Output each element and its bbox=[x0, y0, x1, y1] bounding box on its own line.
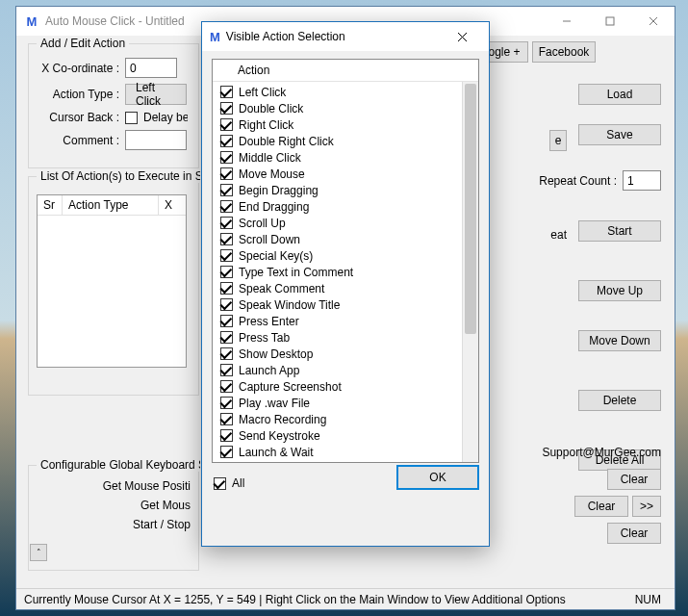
checkbox-icon[interactable] bbox=[220, 397, 233, 409]
checklist-item-label: Begin Dragging bbox=[239, 184, 319, 197]
checkbox-icon[interactable] bbox=[220, 118, 233, 131]
col-sr[interactable]: Sr bbox=[38, 195, 63, 215]
action-type-label: Action Type : bbox=[37, 88, 119, 101]
checklist-item[interactable]: Right Click bbox=[218, 116, 462, 133]
checklist-item[interactable]: End Dragging bbox=[218, 198, 462, 215]
checklist-item[interactable]: Scroll Down bbox=[218, 231, 462, 247]
checkbox-icon[interactable] bbox=[220, 315, 233, 327]
action-list[interactable]: Sr Action Type X bbox=[37, 194, 187, 368]
cursor-back-checkbox[interactable] bbox=[125, 112, 138, 124]
checklist-item[interactable]: Scroll Up bbox=[218, 215, 462, 231]
checklist-item[interactable]: Show Window bbox=[218, 460, 462, 462]
close-button[interactable] bbox=[631, 8, 675, 36]
spin-up-button[interactable]: ˄ bbox=[30, 544, 47, 561]
dialog-close-button[interactable] bbox=[443, 23, 481, 50]
clear-button-3[interactable]: Clear bbox=[607, 523, 661, 544]
checkbox-icon[interactable] bbox=[220, 282, 233, 295]
checklist-item[interactable]: Left Click bbox=[218, 84, 462, 100]
numlock-indicator: NUM bbox=[635, 593, 661, 606]
checklist-item-label: Right Click bbox=[239, 118, 293, 132]
checklist-header[interactable]: Action bbox=[213, 60, 478, 82]
checklist-item[interactable]: Begin Dragging bbox=[218, 182, 462, 198]
col-x[interactable]: X bbox=[159, 195, 186, 215]
checklist-item[interactable]: Type Text in Comment bbox=[218, 264, 462, 280]
checklist-item[interactable]: Speak Window Title bbox=[218, 296, 462, 313]
checkbox-icon[interactable] bbox=[220, 413, 233, 425]
checkbox-icon[interactable] bbox=[220, 217, 233, 229]
clear-button-1[interactable]: Clear bbox=[607, 469, 661, 490]
checklist-item-label: Scroll Down bbox=[239, 233, 300, 246]
checkbox-icon[interactable] bbox=[220, 380, 233, 393]
checkbox-icon[interactable] bbox=[220, 249, 233, 262]
window-title: Auto Mouse Click - Untitled bbox=[45, 14, 185, 28]
list-header: Sr Action Type X bbox=[38, 195, 186, 216]
checklist-item-label: Move Mouse bbox=[239, 167, 305, 181]
clear-button-2[interactable]: Clear bbox=[574, 496, 628, 517]
truncated-button-e[interactable]: e bbox=[549, 130, 567, 151]
side-column: Load Save bbox=[578, 84, 661, 165]
dialog-titlebar[interactable]: M Visible Action Selection bbox=[202, 22, 489, 51]
svg-rect-1 bbox=[606, 17, 614, 25]
checklist-item[interactable]: Speak Comment bbox=[218, 280, 462, 296]
checklist-item[interactable]: Launch App bbox=[218, 362, 462, 378]
checklist-item[interactable]: Special Key(s) bbox=[218, 247, 462, 264]
xcoord-label: X Co-ordinate : bbox=[37, 62, 119, 75]
maximize-button[interactable] bbox=[588, 8, 631, 36]
checklist-items: Left ClickDouble ClickRight ClickDouble … bbox=[213, 82, 462, 462]
checklist-item[interactable]: Double Click bbox=[218, 100, 462, 116]
start-stop-label: Start / Stop bbox=[133, 518, 191, 531]
minimize-button[interactable] bbox=[545, 8, 588, 36]
move-up-button[interactable]: Move Up bbox=[578, 280, 661, 301]
checkbox-icon[interactable] bbox=[220, 446, 233, 458]
save-button[interactable]: Save bbox=[578, 124, 661, 145]
checklist-item[interactable]: Send Keystroke bbox=[218, 427, 462, 444]
checklist-item[interactable]: Double Right Click bbox=[218, 133, 462, 149]
more-button[interactable]: >> bbox=[632, 496, 661, 517]
action-type-select[interactable]: Left Click bbox=[125, 84, 187, 105]
checkbox-icon[interactable] bbox=[220, 364, 233, 376]
checklist-item[interactable]: Press Tab bbox=[218, 329, 462, 346]
checklist-item-label: Speak Window Title bbox=[239, 298, 340, 312]
checklist-item[interactable]: Capture Screenshot bbox=[218, 378, 462, 395]
checkbox-icon[interactable] bbox=[220, 151, 233, 164]
checkbox-icon[interactable] bbox=[220, 298, 233, 311]
checkbox-icon[interactable] bbox=[220, 86, 233, 98]
visible-action-selection-dialog: M Visible Action Selection Action Left C… bbox=[201, 21, 490, 547]
scrollbar[interactable] bbox=[462, 82, 478, 462]
repeat-input[interactable] bbox=[623, 170, 661, 191]
checklist-item-label: Press Tab bbox=[239, 331, 290, 345]
checklist-item[interactable]: Play .wav File bbox=[218, 395, 462, 411]
checklist-item[interactable]: Launch & Wait bbox=[218, 444, 462, 460]
ok-button[interactable]: OK bbox=[396, 465, 479, 490]
scrollbar-thumb[interactable] bbox=[465, 84, 476, 334]
checkbox-icon[interactable] bbox=[220, 167, 233, 180]
checklist-item[interactable]: Middle Click bbox=[218, 149, 462, 166]
start-button[interactable]: Start bbox=[578, 220, 661, 242]
checklist-item[interactable]: Macro Recording bbox=[218, 411, 462, 427]
checkbox-icon[interactable] bbox=[220, 102, 233, 115]
checkbox-icon[interactable] bbox=[220, 331, 233, 344]
checkbox-icon[interactable] bbox=[220, 233, 233, 245]
checklist-item-label: Show Desktop bbox=[239, 347, 313, 361]
facebook-button[interactable]: Facebook bbox=[532, 41, 596, 63]
checklist-item[interactable]: Press Enter bbox=[218, 313, 462, 329]
support-link[interactable]: Support@MurGee.com bbox=[542, 446, 661, 459]
app-icon: M bbox=[24, 13, 39, 29]
col-action-type[interactable]: Action Type bbox=[63, 195, 159, 215]
checkbox-icon[interactable] bbox=[220, 429, 233, 442]
checklist-item[interactable]: Move Mouse bbox=[218, 166, 462, 182]
delete-button[interactable]: Delete bbox=[578, 390, 661, 411]
load-button[interactable]: Load bbox=[578, 84, 661, 105]
checkbox-icon[interactable] bbox=[220, 200, 233, 213]
checkbox-icon[interactable] bbox=[220, 135, 233, 147]
checklist-item-label: End Dragging bbox=[239, 200, 309, 214]
all-checkbox[interactable] bbox=[214, 477, 226, 490]
checkbox-icon[interactable] bbox=[220, 266, 233, 278]
move-down-button[interactable]: Move Down bbox=[578, 330, 661, 351]
checklist-item-label: Double Click bbox=[239, 102, 303, 116]
checkbox-icon[interactable] bbox=[220, 347, 233, 360]
xcoord-input[interactable] bbox=[125, 58, 177, 78]
comment-input[interactable] bbox=[125, 130, 187, 150]
checkbox-icon[interactable] bbox=[220, 184, 233, 196]
checklist-item[interactable]: Show Desktop bbox=[218, 346, 462, 362]
